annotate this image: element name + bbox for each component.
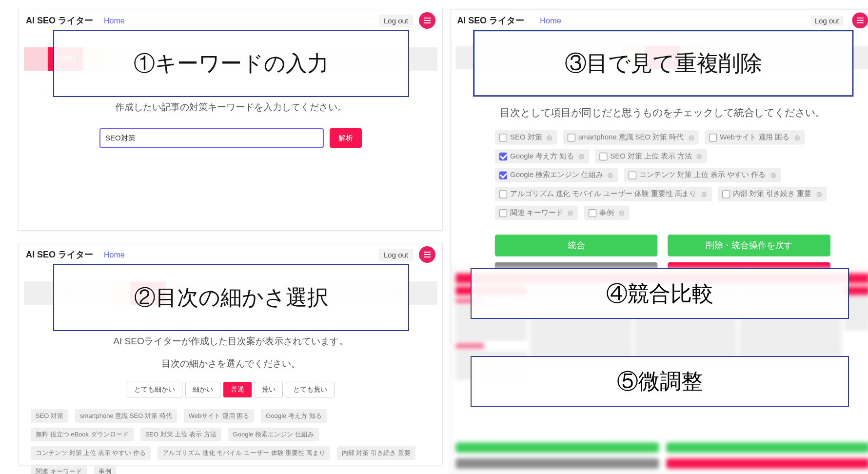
checkbox-icon [599, 152, 607, 160]
merge-chip[interactable]: 事例⊗ [584, 206, 629, 220]
menu-icon[interactable] [419, 246, 435, 263]
granularity-option[interactable]: とても荒い [286, 382, 335, 397]
brand-logo: AI SEO ライター [457, 14, 524, 26]
checkbox-icon [499, 171, 507, 179]
remove-chip-icon[interactable]: ⊗ [696, 152, 702, 161]
step2-instruction-1: AI SEOライターが作成した目次案が表示されています。 [19, 335, 442, 348]
merge-chip-label: SEO 対策 上位 表示 方法 [610, 151, 691, 161]
granularity-selector: とても細かい細かい普通荒いとても荒い [19, 382, 442, 397]
merge-chips: SEO 対策⊗smartphone 意識 SEO 対策 時代⊗Webサイト 運用… [451, 120, 868, 220]
app-header: AI SEO ライター Home Log out [19, 243, 442, 265]
checkbox-icon [629, 171, 636, 179]
toc-chip[interactable]: smartphone 意識 SEO 対策 時代 [75, 409, 177, 423]
overlay-title-4: ④競合比較 [471, 268, 849, 319]
remove-chip-icon[interactable]: ⊗ [546, 133, 552, 142]
panel-step1: AI SEO ライター Home Log out STEP1 STEP2 STE… [19, 9, 443, 231]
merge-chip[interactable]: SEO 対策⊗ [495, 130, 557, 145]
granularity-option[interactable]: 荒い [255, 382, 283, 397]
toc-chip[interactable]: Webサイト 運用 困る [184, 409, 255, 423]
analyze-button[interactable]: 解析 [330, 128, 362, 148]
menu-icon[interactable] [852, 12, 868, 28]
header-left: AI SEO ライター Home [26, 15, 125, 26]
nav-home-link[interactable]: Home [540, 16, 561, 24]
header-right: Log out [379, 12, 435, 29]
remove-chip-icon[interactable]: ⊗ [816, 189, 822, 198]
merge-chip[interactable]: 内部 対策 引き続き 重要⊗ [717, 187, 827, 201]
toc-chips: SEO 対策smartphone 意識 SEO 対策 時代Webサイト 運用 困… [19, 397, 442, 474]
overlay-title-5: ⑤微調整 [471, 356, 849, 407]
checkbox-icon [709, 133, 717, 141]
brand-logo: AI SEO ライター [26, 15, 93, 26]
checkbox-icon [722, 190, 730, 198]
step2-instruction-2: 目次の細かさを選んでください。 [19, 357, 442, 370]
checkbox-icon [499, 152, 507, 160]
app-header: AI SEO ライター Home Log out [451, 9, 868, 30]
step3-instruction: 目次として項目が同じだと思うものをチェックして統合してください。 [451, 107, 868, 120]
toc-chip[interactable]: 関連 キーワード [31, 465, 87, 474]
logout-button[interactable]: Log out [379, 15, 413, 27]
merge-chip-label: Google 検索エンジン 仕組み [510, 170, 603, 180]
logout-button[interactable]: Log out [379, 249, 413, 261]
granularity-option[interactable]: 細かい [185, 382, 220, 397]
toc-chip[interactable]: SEO 対策 [31, 409, 68, 423]
keyword-input[interactable] [99, 128, 324, 148]
menu-icon[interactable] [419, 12, 435, 29]
toc-chip[interactable]: SEO 対策 上位 表示 方法 [140, 428, 221, 441]
remove-chip-icon[interactable]: ⊗ [607, 170, 613, 179]
toc-chip[interactable]: アルゴリズム 進化 モバイル ユーザー 体験 重要性 高まり [158, 446, 330, 460]
remove-chip-icon[interactable]: ⊗ [770, 170, 776, 179]
toc-chip[interactable]: コンテンツ 対策 上位 表示 やすい 作る [31, 446, 151, 460]
merge-chip-label: コンテンツ 対策 上位 表示 やすい 作る [639, 170, 766, 180]
remove-chip-icon[interactable]: ⊗ [701, 189, 707, 198]
nav-home-link[interactable]: Home [104, 17, 125, 25]
step1-instruction: 作成したい記事の対策キーワードを入力してください。 [19, 101, 442, 114]
merge-chip[interactable]: コンテンツ 対策 上位 表示 やすい 作る⊗ [624, 168, 781, 182]
remove-chip-icon[interactable]: ⊗ [618, 208, 625, 217]
toc-chip[interactable]: 無料 役立つ eBook ダウンロード [31, 428, 134, 441]
merge-chip[interactable]: SEO 対策 上位 表示 方法⊗ [595, 149, 707, 163]
merge-chip-label: smartphone 意識 SEO 対策 時代 [578, 132, 684, 142]
toc-chip[interactable]: Google 検索エンジン 仕組み [228, 428, 319, 441]
granularity-option[interactable]: 普通 [223, 382, 252, 397]
merge-chip-label: Google 考え方 知る [510, 151, 574, 161]
logout-button[interactable]: Log out [810, 15, 844, 26]
merge-chip[interactable]: smartphone 意識 SEO 対策 時代⊗ [563, 130, 699, 145]
remove-chip-icon[interactable]: ⊗ [578, 152, 585, 161]
checkbox-icon [499, 190, 507, 198]
checkbox-icon [589, 209, 596, 217]
keyword-input-row: 解析 [19, 128, 442, 148]
toc-chip[interactable]: 事例 [94, 465, 116, 474]
merge-chip-label: アルゴリズム 進化 モバイル ユーザー 体験 重要性 高まり [510, 189, 696, 199]
undo-merge-button[interactable]: 削除・統合操作を戻す [668, 235, 830, 257]
merge-chip[interactable]: アルゴリズム 進化 モバイル ユーザー 体験 重要性 高まり⊗ [495, 187, 712, 201]
merge-chip[interactable]: 関連 キーワード⊗ [495, 206, 578, 220]
checkbox-icon [499, 209, 507, 217]
toc-chip[interactable]: Google 考え方 知る [261, 409, 326, 423]
remove-chip-icon[interactable]: ⊗ [567, 208, 573, 217]
remove-chip-icon[interactable]: ⊗ [688, 133, 694, 142]
merge-chip-label: 事例 [599, 208, 614, 218]
merge-button[interactable]: 統合 [495, 235, 658, 257]
overlay-title-1: ①キーワードの入力 [53, 30, 409, 97]
remove-chip-icon[interactable]: ⊗ [794, 133, 800, 142]
merge-chip-label: 内部 対策 引き続き 重要 [733, 189, 811, 199]
merge-chip[interactable]: Webサイト 運用 困る⊗ [705, 130, 805, 145]
merge-chip-label: SEO 対策 [510, 132, 542, 142]
brand-logo: AI SEO ライター [26, 249, 93, 260]
merge-chip-label: Webサイト 運用 困る [720, 132, 789, 142]
overlay-title-3: ③目で見て重複削除 [473, 30, 853, 97]
merge-chip[interactable]: Google 検索エンジン 仕組み⊗ [495, 168, 618, 182]
overlay-title-2: ②目次の細かさ選択 [53, 264, 409, 331]
toc-chip[interactable]: 内部 対策 引き続き 重要 [337, 446, 415, 460]
merge-chip[interactable]: Google 考え方 知る⊗ [495, 149, 589, 163]
app-header: AI SEO ライター Home Log out [19, 9, 442, 31]
panel-step2: AI SEO ライター Home Log out STEP1 STEP2 STE… [19, 243, 443, 465]
granularity-option[interactable]: とても細かい [127, 382, 182, 397]
merge-chip-label: 関連 キーワード [510, 208, 563, 218]
checkbox-icon [568, 133, 575, 141]
nav-home-link[interactable]: Home [104, 251, 125, 259]
checkbox-icon [499, 133, 507, 141]
